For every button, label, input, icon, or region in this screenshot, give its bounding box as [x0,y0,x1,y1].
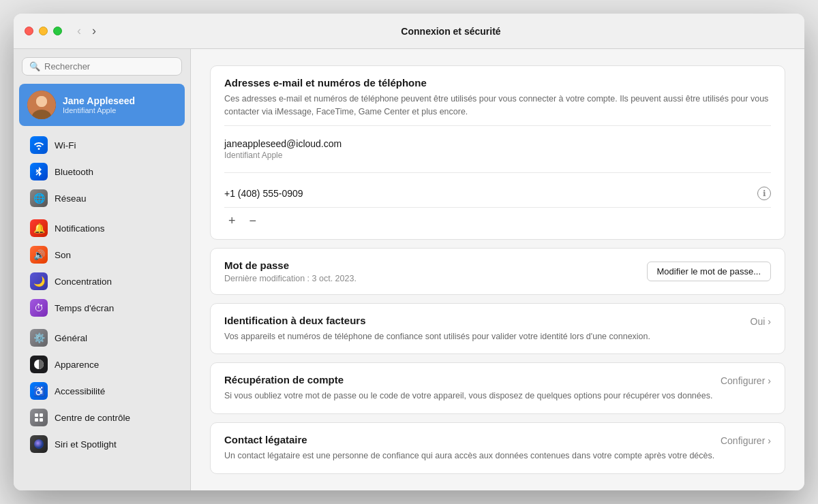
legacy-desc: Un contact légataire est une personne de… [224,450,721,462]
centre-controle-icon [30,409,48,426]
wifi-icon [30,136,48,154]
recovery-row: Récupération de compte Si vous oubliez v… [224,374,771,403]
user-name: Jane Appleseed [63,95,135,106]
close-button[interactable] [25,27,33,35]
sidebar-item-label: Notifications [55,223,105,234]
legacy-chevron-icon: › [768,435,771,446]
main-content: Adresses e-mail et numéros de téléphone … [191,49,804,490]
accessibilite-icon: ♿ [30,382,48,400]
sidebar-item-temps-ecran[interactable]: ⏱ Temps d'écran [19,295,185,321]
sidebar-item-apparence[interactable]: Apparence [19,351,185,377]
legacy-row: Contact légataire Un contact légataire e… [224,434,771,462]
apparence-icon [30,356,48,373]
modify-password-button[interactable]: Modifier le mot de passe... [647,262,771,281]
minimize-button[interactable] [39,27,48,35]
svg-point-9 [34,439,44,449]
recovery-title: Récupération de compte [224,374,721,385]
password-info: Mot de passe Dernière modification : 3 o… [224,259,357,283]
svg-rect-5 [35,413,38,417]
sidebar-item-general[interactable]: ⚙️ Général [19,325,185,351]
svg-rect-8 [40,418,43,422]
bluetooth-icon [30,163,48,180]
user-info: Jane Appleseed Identifiant Apple [63,95,135,114]
recovery-desc: Si vous oubliez votre mot de passe ou le… [224,390,721,403]
two-factor-title: Identification à deux facteurs [224,315,751,326]
sidebar-item-son[interactable]: 🔊 Son [19,242,185,268]
sidebar-section-preferences: ⚙️ Général Apparence ♿ Accessibilité [14,324,190,458]
sidebar-item-notifications[interactable]: 🔔 Notifications [19,215,185,241]
user-subtitle: Identifiant Apple [63,106,135,114]
two-factor-card[interactable]: Identification à deux facteurs Vos appar… [210,303,785,355]
general-icon: ⚙️ [30,329,48,347]
addresses-card: Adresses e-mail et numéros de téléphone … [210,65,785,240]
info-icon[interactable]: ℹ [757,187,771,200]
two-factor-chevron-icon: › [768,316,771,327]
password-title: Mot de passe [224,259,357,271]
sidebar-item-label: Concentration [55,277,112,287]
sidebar-item-label: Temps d'écran [55,303,114,313]
content-area: 🔍 Jane Appleseed Identifiant Apple [14,49,804,490]
svg-rect-7 [35,418,38,422]
two-factor-desc: Vos appareils et numéros de téléphone de… [224,330,751,343]
maximize-button[interactable] [53,27,62,35]
sidebar-section-network: Wi-Fi Bluetooth 🌐 Réseau [14,131,190,212]
sidebar-item-siri[interactable]: Siri et Spotlight [19,431,185,457]
search-input[interactable] [44,61,175,72]
sidebar-item-centre-controle[interactable]: Centre de contrôle [19,405,185,430]
password-date: Dernière modification : 3 oct. 2023. [224,274,357,283]
sidebar-item-reseau[interactable]: 🌐 Réseau [19,185,185,211]
notifications-icon: 🔔 [30,219,48,237]
sidebar-item-label: Général [55,333,87,343]
legacy-card[interactable]: Contact légataire Un contact légataire e… [210,422,785,474]
sidebar-item-concentration[interactable]: 🌙 Concentration [19,268,185,294]
sidebar-item-label: Wi-Fi [55,140,76,151]
user-profile[interactable]: Jane Appleseed Identifiant Apple [19,84,185,126]
remove-button[interactable]: − [245,213,261,228]
sidebar: 🔍 Jane Appleseed Identifiant Apple [14,49,191,490]
avatar [27,91,56,119]
add-remove-row: + − [224,207,771,228]
concentration-icon: 🌙 [30,272,48,290]
sidebar-item-label: Bluetooth [55,167,93,177]
email-label: Identifiant Apple [224,151,771,160]
forward-button[interactable]: › [88,22,100,40]
two-factor-value: Oui [751,316,766,327]
phone-row: +1 (408) 555-0909 ℹ [224,180,771,207]
two-factor-row: Identification à deux facteurs Vos appar… [224,315,771,343]
svg-rect-6 [40,413,43,417]
recovery-card[interactable]: Récupération de compte Si vous oubliez v… [210,362,785,414]
recovery-value: Configurer [721,375,765,386]
sidebar-item-label: Son [55,250,71,260]
legacy-title: Contact légataire [224,434,721,445]
email-section: janeappleseed@icloud.com Identifiant App… [224,133,771,166]
addresses-title: Adresses e-mail et numéros de téléphone [224,77,771,89]
son-icon: 🔊 [30,246,48,264]
phone-number: +1 (408) 555-0909 [224,188,303,199]
sidebar-section-system: 🔔 Notifications 🔊 Son 🌙 Concentration ⏱ … [14,215,190,321]
recovery-chevron-icon: › [768,375,771,386]
sidebar-item-wifi[interactable]: Wi-Fi [19,132,185,158]
reseau-icon: 🌐 [30,189,48,207]
legacy-value: Configurer [721,435,765,446]
sidebar-item-label: Accessibilité [55,386,105,396]
sidebar-item-label: Siri et Spotlight [55,439,117,450]
sidebar-item-label: Centre de contrôle [55,413,130,423]
window-title: Connexion et sécurité [108,26,793,37]
svg-point-3 [36,96,47,107]
temps-ecran-icon: ⏱ [30,299,48,317]
sidebar-item-bluetooth[interactable]: Bluetooth [19,159,185,185]
titlebar: ‹ › Connexion et sécurité [14,14,804,49]
sidebar-item-accessibilite[interactable]: ♿ Accessibilité [19,378,185,404]
sidebar-item-label: Réseau [55,193,87,204]
add-button[interactable]: + [224,213,240,228]
search-bar[interactable]: 🔍 [22,57,182,76]
addresses-desc: Ces adresses e-mail et numéros de téléph… [224,93,771,119]
settings-window: ‹ › Connexion et sécurité 🔍 [14,14,804,490]
email-address: janeappleseed@icloud.com [224,138,771,149]
siri-icon [30,435,48,453]
traffic-lights [25,27,62,35]
sidebar-item-label: Apparence [55,360,99,370]
search-icon: 🔍 [29,61,40,72]
password-card: Mot de passe Dernière modification : 3 o… [210,248,785,295]
back-button[interactable]: ‹ [73,22,85,40]
